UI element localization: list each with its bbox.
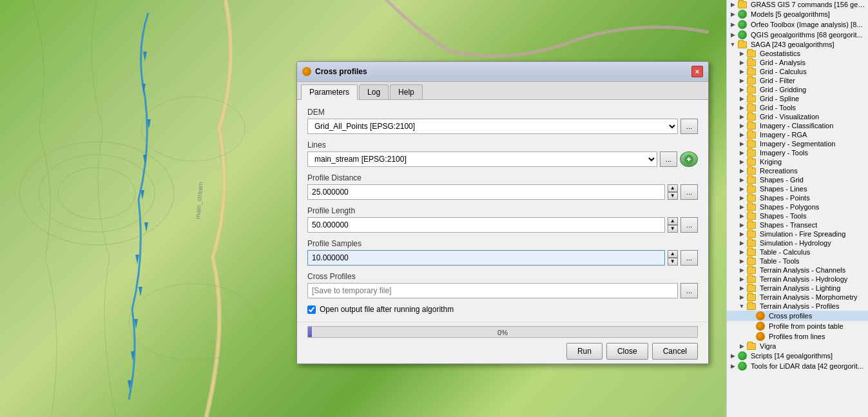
expand-icon-shapes-transect[interactable]: ▶ [738,222,745,228]
profile-distance-browse[interactable]: ... [680,184,698,200]
profile-samples-input[interactable] [307,250,665,266]
profile-distance-down[interactable]: ▼ [668,192,678,200]
expand-icon-terrain-hydrology[interactable]: ▶ [738,276,745,282]
expand-icon-vigra[interactable]: ▶ [738,343,745,349]
tree-item-shapes-tools[interactable]: ▶Shapes - Tools [727,211,868,220]
lines-add-button[interactable] [680,151,698,167]
expand-icon-imagery-segmentation[interactable]: ▶ [738,141,745,147]
tree-item-terrain-channels[interactable]: ▶Terrain Analysis - Channels [727,266,868,275]
tab-log[interactable]: Log [359,84,389,99]
tree-item-vigra[interactable]: ▶Vigra [727,342,868,351]
tree-item-terrain-lighting[interactable]: ▶Terrain Analysis - Lighting [727,284,868,293]
tab-help[interactable]: Help [390,84,423,99]
cross-profiles-input[interactable] [307,283,678,298]
profile-length-spinner[interactable]: ▲ ▼ [668,217,678,233]
tree-item-grid-tools[interactable]: ▶Grid - Tools [727,103,868,112]
tree-item-profiles-from-lines[interactable]: Profiles from lines [727,331,868,342]
expand-icon-saga[interactable]: ▼ [729,41,736,48]
expand-icon-models[interactable]: ▶ [729,11,736,17]
tree-item-scripts[interactable]: ▶Scripts [14 geoalgorithms] [727,351,868,361]
expand-icon-table-calculus[interactable]: ▶ [738,249,745,255]
tree-item-shapes-polygons[interactable]: ▶Shapes - Polygons [727,202,868,211]
tree-item-saga[interactable]: ▼SAGA [243 geoalgorithms] [727,40,868,49]
tree-item-imagery-classification[interactable]: ▶Imagery - Classification [727,121,868,130]
profile-samples-up[interactable]: ▲ [668,250,678,258]
tree-item-tools-lidar[interactable]: ▶Tools for LiDAR data [42 georgorit... [727,361,868,371]
tree-item-table-tools[interactable]: ▶Table - Tools [727,257,868,266]
tree-item-imagery-tools[interactable]: ▶Imagery - Tools [727,148,868,157]
tree-item-orfeo[interactable]: ▶Orfeo Toolbox (Image analysis) [8... [727,19,868,30]
tree-item-shapes-grid[interactable]: ▶Shapes - Grid [727,175,868,184]
expand-icon-cross-profiles[interactable] [747,313,754,319]
expand-icon-terrain-lighting[interactable]: ▶ [738,285,745,291]
expand-icon-terrain-profiles[interactable]: ▼ [738,303,745,309]
tree-item-profile-from-points[interactable]: Profile from points table [727,321,868,331]
expand-icon-terrain-morphometry[interactable]: ▶ [738,294,745,300]
open-output-checkbox[interactable] [307,305,316,314]
tree-item-table-calculus[interactable]: ▶Table - Calculus [727,247,868,257]
profile-samples-down[interactable]: ▼ [668,258,678,266]
expand-icon-shapes-lines[interactable]: ▶ [738,186,745,192]
tree-item-terrain-profiles[interactable]: ▼Terrain Analysis - Profiles [727,302,868,311]
profile-distance-up[interactable]: ▲ [668,184,678,192]
dialog-close-button[interactable]: × [691,66,703,77]
profile-length-browse[interactable]: ... [680,217,698,233]
expand-icon-simulation-hydrology[interactable]: ▶ [738,240,745,246]
expand-icon-shapes-tools[interactable]: ▶ [738,213,745,219]
expand-icon-grid-gridding[interactable]: ▶ [738,86,745,93]
tree-item-cross-profiles[interactable]: Cross profiles [727,311,868,321]
tree-item-grid-gridding[interactable]: ▶Grid - Gridding [727,85,868,94]
tree-item-simulation-hydrology[interactable]: ▶Simulation - Hydrology [727,238,868,247]
expand-icon-recreations[interactable]: ▶ [738,168,745,174]
dem-browse-button[interactable]: ... [680,119,698,134]
tree-item-qgis[interactable]: ▶QGIS geoalgorithms [68 georgorit... [727,30,868,40]
profile-samples-browse[interactable]: ... [680,250,698,266]
expand-icon-qgis[interactable]: ▶ [729,32,736,38]
expand-icon-simulation-fire[interactable]: ▶ [738,231,745,237]
expand-icon-imagery-tools[interactable]: ▶ [738,150,745,156]
tree-item-models[interactable]: ▶Models [5 geoalgorithms] [727,9,868,19]
expand-icon-grass[interactable]: ▶ [729,1,736,8]
tree-item-imagery-segmentation[interactable]: ▶Imagery - Segmentation [727,139,868,148]
profile-length-input[interactable] [307,217,665,233]
dem-select[interactable]: Grid_All_Points [EPSG:2100] [307,119,678,134]
expand-icon-table-tools[interactable]: ▶ [738,258,745,264]
tree-item-imagery-rga[interactable]: ▶Imagery - RGA [727,130,868,139]
lines-browse-button[interactable]: ... [660,151,677,167]
close-button[interactable]: Close [606,343,648,360]
tree-item-grid-visualization[interactable]: ▶Grid - Visualization [727,112,868,121]
expand-icon-orfeo[interactable]: ▶ [729,21,736,28]
profile-distance-input[interactable] [307,184,665,200]
expand-icon-profile-from-points[interactable] [747,323,754,329]
tree-item-shapes-lines[interactable]: ▶Shapes - Lines [727,184,868,193]
tree-item-grid-analysis[interactable]: ▶Grid - Analysis [727,58,868,67]
cancel-button[interactable]: Cancel [652,343,698,360]
cross-profiles-browse[interactable]: ... [680,283,698,298]
tree-item-terrain-morphometry[interactable]: ▶Terrain Analysis - Morphometry [727,293,868,302]
profile-distance-spinner[interactable]: ▲ ▼ [668,184,678,200]
expand-icon-terrain-channels[interactable]: ▶ [738,267,745,273]
expand-icon-imagery-classification[interactable]: ▶ [738,122,745,129]
expand-icon-grid-spline[interactable]: ▶ [738,95,745,102]
tab-parameters[interactable]: Parameters [301,84,358,100]
expand-icon-grid-tools[interactable]: ▶ [738,104,745,111]
tree-item-grass[interactable]: ▶GRASS GIS 7 commands [156 geoa... [727,0,868,9]
expand-icon-profiles-from-lines[interactable] [747,333,754,340]
expand-icon-grid-filter[interactable]: ▶ [738,77,745,84]
expand-icon-shapes-grid[interactable]: ▶ [738,177,745,183]
tree-item-grid-spline[interactable]: ▶Grid - Spline [727,94,868,103]
profile-length-up[interactable]: ▲ [668,217,678,225]
tree-item-terrain-hydrology[interactable]: ▶Terrain Analysis - Hydrology [727,275,868,284]
expand-icon-grid-visualization[interactable]: ▶ [738,113,745,120]
expand-icon-grid-calculus[interactable]: ▶ [738,68,745,75]
profile-samples-spinner[interactable]: ▲ ▼ [668,250,678,266]
run-button[interactable]: Run [566,343,603,360]
tree-item-kriging[interactable]: ▶Kriging [727,157,868,166]
expand-icon-tools-lidar[interactable]: ▶ [729,363,736,369]
lines-select[interactable]: main_stream [EPSG:2100] [307,151,657,167]
tree-item-grid-calculus[interactable]: ▶Grid - Calculus [727,67,868,76]
expand-icon-kriging[interactable]: ▶ [738,159,745,165]
tree-item-recreations[interactable]: ▶Recreations [727,166,868,175]
expand-icon-imagery-rga[interactable]: ▶ [738,131,745,138]
expand-icon-scripts[interactable]: ▶ [729,353,736,359]
